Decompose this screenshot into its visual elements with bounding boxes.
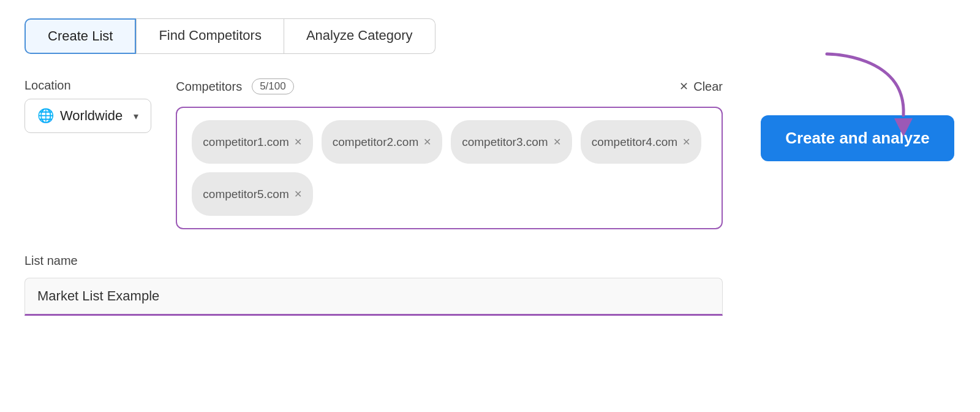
- competitor-chip-3[interactable]: competitor3.com ✕: [451, 120, 571, 164]
- svg-marker-0: [894, 118, 913, 137]
- right-section: Create and analyze: [760, 78, 956, 161]
- tab-create-list[interactable]: Create List: [24, 18, 136, 54]
- globe-icon: 🌐: [37, 108, 54, 124]
- competitor-chip-3-value: competitor3.com: [462, 135, 548, 149]
- tab-find-competitors[interactable]: Find Competitors: [136, 18, 284, 54]
- competitor-chip-1-value: competitor1.com: [203, 135, 288, 149]
- competitor-chip-5[interactable]: competitor5.com ✕: [192, 172, 312, 216]
- tab-analyze-category[interactable]: Analyze Category: [284, 18, 435, 54]
- clear-x-icon: ✕: [679, 80, 688, 93]
- competitor-chip-4-value: competitor4.com: [592, 135, 677, 149]
- clear-button[interactable]: ✕ Clear: [679, 80, 723, 94]
- competitor-chip-4[interactable]: competitor4.com ✕: [581, 120, 701, 164]
- location-group: Location 🌐 Worldwide ▾: [24, 78, 151, 133]
- competitor-chip-1[interactable]: competitor1.com ✕: [192, 120, 312, 164]
- arrow-icon: [809, 42, 919, 152]
- competitor-chip-2[interactable]: competitor2.com ✕: [322, 120, 442, 164]
- clear-label: Clear: [693, 80, 723, 94]
- competitor-chip-2-value: competitor2.com: [333, 135, 418, 149]
- tab-create-list-label: Create List: [48, 28, 113, 44]
- form-row: Location 🌐 Worldwide ▾ Competitors 5/100…: [24, 78, 723, 229]
- location-value: Worldwide: [60, 108, 123, 124]
- list-name-label: List name: [24, 254, 723, 268]
- competitors-count-badge: 5/100: [252, 78, 294, 94]
- location-dropdown[interactable]: 🌐 Worldwide ▾: [24, 99, 151, 133]
- list-name-input[interactable]: [24, 278, 723, 316]
- list-name-section: List name: [24, 254, 723, 316]
- tab-find-competitors-label: Find Competitors: [159, 28, 262, 43]
- location-label: Location: [24, 78, 151, 93]
- competitors-label: Competitors: [176, 80, 242, 94]
- competitor-chip-5-value: competitor5.com: [203, 188, 288, 201]
- main-content: Location 🌐 Worldwide ▾ Competitors 5/100…: [24, 78, 956, 316]
- competitors-box[interactable]: competitor1.com ✕ competitor2.com ✕ comp…: [176, 107, 723, 229]
- left-section: Location 🌐 Worldwide ▾ Competitors 5/100…: [24, 78, 723, 316]
- chevron-down-icon: ▾: [134, 110, 138, 122]
- competitor-chip-1-remove[interactable]: ✕: [294, 137, 302, 147]
- competitors-header: Competitors 5/100 ✕ Clear: [176, 78, 723, 94]
- competitor-chip-2-remove[interactable]: ✕: [423, 137, 431, 147]
- competitors-group: Competitors 5/100 ✕ Clear competitor1.co…: [176, 78, 723, 229]
- competitor-chip-3-remove[interactable]: ✕: [553, 137, 561, 147]
- competitor-chip-5-remove[interactable]: ✕: [294, 189, 302, 199]
- competitor-chip-4-remove[interactable]: ✕: [682, 137, 690, 147]
- tab-analyze-category-label: Analyze Category: [306, 28, 413, 43]
